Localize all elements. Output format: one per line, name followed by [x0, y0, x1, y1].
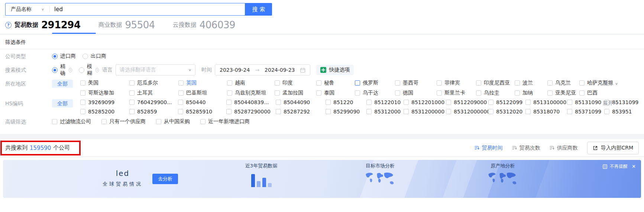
language-select[interactable]: 请选择翻译语言 ∨ [116, 64, 195, 76]
checkbox-icon[interactable] [275, 80, 280, 86]
radio-icon-selected[interactable] [52, 67, 58, 73]
checkbox-icon[interactable] [547, 80, 553, 86]
region-option[interactable]: 斯里兰卡 [437, 90, 476, 96]
checkbox-icon[interactable] [488, 100, 493, 105]
checkbox-icon[interactable] [355, 90, 360, 96]
checkbox-icon[interactable] [525, 109, 531, 114]
checkbox-icon[interactable] [366, 109, 372, 114]
checkbox-icon[interactable] [227, 90, 232, 96]
hs-code-option[interactable]: 8513100000 [525, 99, 567, 105]
hs-code-option[interactable]: 85287292 [276, 109, 326, 115]
region-option[interactable]: 乌干达 [355, 90, 395, 96]
radio-importer[interactable]: 进口商 [52, 53, 76, 60]
region-option[interactable]: 泰国 [316, 90, 355, 96]
region-option[interactable]: 哥斯达黎加 [80, 90, 129, 96]
search-category-dropdown[interactable]: 产品名称 ∨ [6, 6, 49, 13]
checkbox-icon[interactable] [515, 90, 520, 96]
checkbox-icon[interactable] [395, 80, 400, 86]
hs-code-option[interactable]: 85299090 [326, 109, 366, 115]
checkbox-icon[interactable] [604, 109, 609, 114]
checkbox-icon[interactable] [80, 100, 85, 105]
checkbox-icon[interactable] [326, 109, 331, 114]
hs-code-option[interactable]: 85285910 [178, 109, 226, 115]
radio-icon-selected[interactable] [52, 54, 58, 59]
region-option[interactable]: 美国 [80, 80, 129, 86]
region-option[interactable]: 乌兹别克斯坦 [227, 90, 275, 96]
checkbox-icon[interactable] [276, 109, 281, 114]
checkbox-icon[interactable] [178, 80, 184, 86]
checkbox-icon[interactable] [366, 100, 372, 105]
checkbox-icon[interactable] [547, 90, 553, 96]
hs-code-option[interactable]: 850440 [178, 99, 226, 105]
hs-all-chip[interactable]: 全部 [52, 99, 73, 107]
hs-code-option[interactable]: 853951 [604, 109, 638, 115]
advanced-option[interactable]: 过滤物流公司 [52, 118, 91, 125]
region-option[interactable]: 印度尼西亚 [476, 80, 515, 86]
hs-code-option[interactable]: 851220 [326, 99, 366, 105]
start-date[interactable]: 2023-09-24 [220, 67, 250, 73]
import-crm-button[interactable]: 导入内部CRM [587, 142, 639, 154]
region-option[interactable]: 孟加拉国 [275, 90, 316, 96]
region-option[interactable]: 乌克兰 [547, 80, 579, 86]
dismiss-checkbox-icon[interactable] [603, 164, 607, 169]
region-option[interactable]: 巴基斯坦 [178, 90, 227, 96]
dismiss-control[interactable]: 不再提醒 ✕ [603, 163, 636, 170]
hs-code-option[interactable]: 852859 [129, 109, 178, 115]
hs-code-option[interactable]: 85122099 [488, 99, 525, 105]
advanced-option[interactable]: 近一年新增进口商 [200, 118, 250, 125]
hs-code-option[interactable]: 85287290000 [226, 109, 276, 115]
hs-expand-link[interactable]: 展开 ∨ [603, 100, 618, 107]
search-input[interactable] [50, 6, 245, 13]
region-option[interactable]: 土耳其 [129, 90, 178, 96]
checkbox-icon[interactable] [355, 80, 360, 86]
region-expand-link[interactable]: 展开 ∨ [603, 80, 618, 87]
checkbox-icon[interactable] [101, 119, 107, 124]
checkbox-icon[interactable] [567, 100, 572, 105]
hs-code-option[interactable]: 85131090 [567, 99, 604, 105]
checkbox-icon[interactable] [227, 80, 232, 86]
checkbox-icon[interactable] [579, 90, 585, 96]
advanced-option[interactable]: 从中国采购 [156, 118, 190, 125]
region-option[interactable]: 德国 [395, 90, 437, 96]
sort-button[interactable]: 贸易时间 [475, 145, 502, 151]
close-icon[interactable]: ✕ [632, 164, 636, 169]
checkbox-icon[interactable] [476, 80, 481, 86]
end-date[interactable]: 2024-09-23 [265, 67, 295, 73]
tab-trade-data[interactable]: ? 贸易数据 291294 [5, 19, 81, 30]
checkbox-icon[interactable] [129, 80, 135, 86]
checkbox-icon[interactable] [200, 119, 206, 124]
checkbox-icon[interactable] [80, 90, 85, 96]
hs-code-option[interactable]: 8512201000 [404, 99, 446, 105]
checkbox-icon[interactable] [515, 80, 520, 86]
region-all-chip[interactable]: 全部 [52, 80, 73, 88]
checkbox-icon[interactable] [446, 109, 451, 114]
hs-code-option[interactable]: 85371099 [567, 109, 604, 115]
checkbox-icon[interactable] [52, 119, 57, 124]
radio-fuzzy[interactable]: 模糊 i [79, 63, 99, 77]
checkbox-icon[interactable] [178, 109, 183, 114]
analyze-button[interactable]: 去分析 [152, 174, 178, 184]
checkbox-icon[interactable] [276, 100, 281, 105]
checkbox-icon[interactable] [446, 100, 451, 105]
hs-code-option[interactable]: 85044090 [276, 99, 326, 105]
hs-code-option[interactable]: 39269099 [80, 99, 129, 105]
hs-code-option[interactable]: 85318070 [525, 109, 567, 115]
radio-exporter[interactable]: 出口商 [82, 53, 106, 60]
radio-exact[interactable]: 精确 i [52, 63, 72, 77]
checkbox-icon[interactable] [316, 80, 321, 86]
hs-code-option[interactable]: 8512209000 [446, 99, 488, 105]
checkbox-icon[interactable] [316, 90, 321, 96]
sort-button[interactable]: 贸易次数 [512, 145, 540, 151]
search-button[interactable]: 搜 索 [245, 3, 272, 16]
radio-icon[interactable] [79, 67, 84, 73]
region-option[interactable]: 越南 [227, 80, 275, 86]
hs-code-option[interactable]: 760429900... [129, 99, 178, 105]
question-icon[interactable]: ? [5, 22, 12, 28]
hs-code-option[interactable]: 85285200 [80, 109, 129, 115]
checkbox-icon[interactable] [129, 109, 135, 114]
radio-icon[interactable] [82, 54, 88, 59]
checkbox-icon[interactable] [326, 100, 331, 105]
checkbox-icon[interactable] [129, 90, 135, 96]
region-option[interactable]: 巴西 [579, 90, 613, 96]
checkbox-icon[interactable] [226, 109, 232, 114]
